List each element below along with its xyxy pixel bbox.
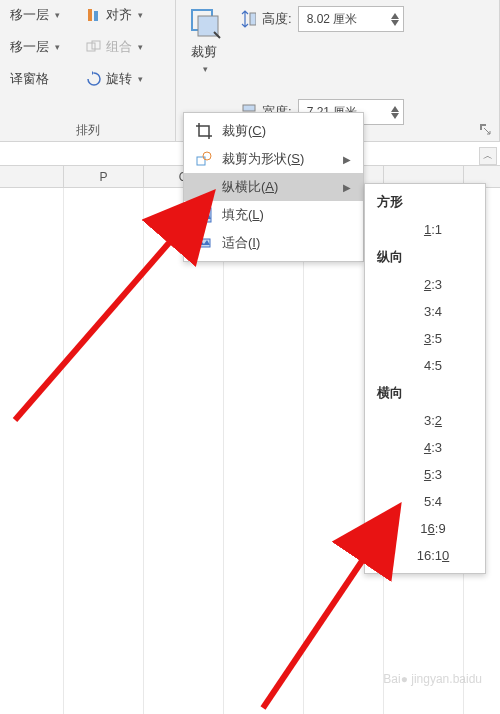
aspect-4-3[interactable]: 4:3 — [365, 434, 485, 461]
group-button[interactable]: 组合 ▾ — [82, 36, 147, 58]
aspect-16-9[interactable]: 16:9 — [365, 515, 485, 542]
fill-icon — [196, 207, 212, 223]
aspect-label: 纵横比(A)纵横比(A) — [222, 178, 278, 196]
aspect-16-10[interactable]: 16:10 — [365, 542, 485, 569]
svg-rect-2 — [87, 43, 95, 51]
aspect-1-1[interactable]: 1:1 — [365, 216, 485, 243]
landscape-heading: 横向 — [365, 379, 485, 407]
dropdown-icon: ▾ — [138, 74, 143, 84]
fit-menu-item[interactable]: 适合(I)适合(I) — [184, 229, 363, 257]
selection-pane-label: 译窗格 — [10, 70, 49, 88]
rotate-icon — [86, 71, 102, 87]
rotate-label: 旋转 — [106, 70, 132, 88]
shape-icon — [196, 151, 212, 167]
aspect-icon — [196, 179, 212, 195]
send-backward-label: 移一层 — [10, 38, 49, 56]
height-input[interactable]: 8.02 厘米 — [298, 6, 404, 32]
dropdown-icon: ▾ — [55, 10, 60, 20]
height-value: 8.02 厘米 — [307, 11, 358, 28]
collapse-ribbon-icon[interactable]: ︿ — [479, 147, 497, 165]
dropdown-icon: ▾ — [203, 64, 208, 74]
crop-dropdown-menu: 裁剪(C)裁剪(C) 裁剪为形状(S)裁剪为形状(S) ▶ 纵横比(A)纵横比(… — [183, 112, 364, 262]
height-icon — [240, 11, 256, 27]
crop-icon — [186, 4, 222, 40]
svg-rect-7 — [243, 105, 255, 111]
svg-rect-6 — [250, 13, 256, 25]
aspect-3-4[interactable]: 3:4 — [365, 298, 485, 325]
aspect-ratio-submenu: 方形 1:1 纵向 2:3 3:4 3:5 4:5 横向 3:2 4:3 5:3… — [364, 183, 486, 574]
row-header-stub[interactable] — [0, 166, 64, 187]
fit-label: 适合(I)适合(I) — [222, 234, 260, 252]
crop-shape-label: 裁剪为形状(S)裁剪为形状(S) — [222, 150, 304, 168]
watermark: Bai● jingyan.baidu — [383, 672, 482, 686]
fill-label: 填充(L)填充(L) — [222, 206, 264, 224]
aspect-5-4[interactable]: 5:4 — [365, 488, 485, 515]
portrait-heading: 纵向 — [365, 243, 485, 271]
dropdown-icon: ▾ — [138, 10, 143, 20]
fill-menu-item[interactable]: 填充(L)填充(L) — [184, 201, 363, 229]
aspect-3-2[interactable]: 3:2 — [365, 407, 485, 434]
fit-icon — [196, 235, 212, 251]
aspect-4-5[interactable]: 4:5 — [365, 352, 485, 379]
send-backward-button[interactable]: 移一层 ▾ — [6, 36, 64, 58]
chevron-right-icon: ▶ — [343, 154, 351, 165]
aspect-3-5[interactable]: 3:5 — [365, 325, 485, 352]
group-icon — [86, 39, 102, 55]
column-header[interactable]: P — [64, 166, 144, 187]
arrange-group: 移一层 ▾ 移一层 ▾ 译窗格 — [0, 0, 176, 141]
aspect-2-3[interactable]: 2:3 — [365, 271, 485, 298]
dropdown-icon: ▾ — [138, 42, 143, 52]
rotate-button[interactable]: 旋转 ▾ — [82, 68, 147, 90]
align-button[interactable]: 对齐 ▾ — [82, 4, 147, 26]
crop-to-shape-menu-item[interactable]: 裁剪为形状(S)裁剪为形状(S) ▶ — [184, 145, 363, 173]
crop-icon — [196, 123, 212, 139]
bring-forward-label: 移一层 — [10, 6, 49, 24]
height-label: 高度: — [262, 10, 292, 28]
crop-menu-item[interactable]: 裁剪(C)裁剪(C) — [184, 117, 363, 145]
align-label: 对齐 — [106, 6, 132, 24]
aspect-5-3[interactable]: 5:3 — [365, 461, 485, 488]
square-heading: 方形 — [365, 188, 485, 216]
svg-rect-1 — [94, 11, 98, 21]
arrange-group-label: 排列 — [6, 120, 169, 139]
aspect-ratio-menu-item[interactable]: 纵横比(A)纵横比(A) ▶ — [184, 173, 363, 201]
crop-label: 裁剪 — [191, 44, 217, 60]
selection-pane-button[interactable]: 译窗格 — [6, 68, 64, 90]
width-spinner[interactable] — [391, 106, 399, 119]
chevron-right-icon: ▶ — [343, 182, 351, 193]
dialog-launcher-icon[interactable] — [479, 123, 493, 137]
crop-button[interactable]: 裁剪 ▾ — [176, 0, 232, 78]
align-icon — [86, 7, 102, 23]
height-spinner[interactable] — [391, 13, 399, 26]
bring-forward-button[interactable]: 移一层 ▾ — [6, 4, 64, 26]
crop-menu-label: 裁剪(C)裁剪(C) — [222, 122, 266, 140]
svg-point-9 — [203, 152, 211, 160]
dropdown-icon: ▾ — [55, 42, 60, 52]
svg-rect-0 — [88, 9, 92, 21]
group-label: 组合 — [106, 38, 132, 56]
svg-rect-3 — [92, 41, 100, 49]
